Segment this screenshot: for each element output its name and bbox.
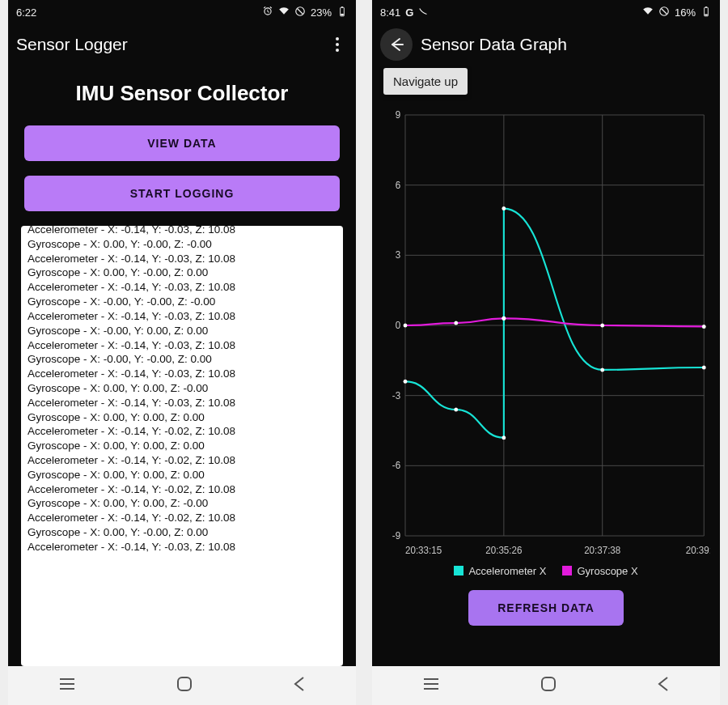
status-time: 8:41 bbox=[380, 6, 400, 19]
log-line: Gyroscope - X: 0.00, Y: 0.00, Z: 0.00 bbox=[28, 410, 336, 425]
log-line: Gyroscope - X: -0.00, Y: -0.00, Z: 0.00 bbox=[28, 352, 336, 367]
svg-line-13 bbox=[661, 8, 667, 14]
svg-point-5 bbox=[336, 37, 339, 40]
svg-text:-6: -6 bbox=[392, 460, 401, 471]
home-icon[interactable] bbox=[176, 676, 193, 695]
svg-point-45 bbox=[702, 366, 706, 370]
back-icon[interactable] bbox=[294, 676, 305, 695]
svg-text:6: 6 bbox=[396, 179, 401, 190]
log-line: Accelerometer - X: -0.14, Y: -0.02, Z: 1… bbox=[28, 482, 336, 497]
svg-point-49 bbox=[502, 316, 506, 321]
chart-legend: Accelerometer X Gyroscope X bbox=[382, 565, 710, 577]
refresh-data-button[interactable]: REFRESH DATA bbox=[468, 590, 624, 626]
log-line: Gyroscope - X: 0.00, Y: 0.00, Z: -0.00 bbox=[28, 381, 336, 396]
log-line: Accelerometer - X: -0.14, Y: -0.03, Z: 1… bbox=[28, 309, 336, 324]
svg-text:20:39:49: 20:39:49 bbox=[686, 545, 710, 556]
battery-icon bbox=[336, 6, 348, 19]
battery-text: 16% bbox=[675, 6, 696, 19]
legend-label-accel: Accelerometer X bbox=[468, 565, 546, 577]
legend-label-gyro: Gyroscope X bbox=[577, 565, 637, 577]
svg-point-43 bbox=[502, 206, 506, 210]
svg-text:20:33:15: 20:33:15 bbox=[405, 545, 442, 556]
log-line: Accelerometer - X: -0.14, Y: -0.03, Z: 1… bbox=[28, 396, 336, 410]
do-not-disturb-icon bbox=[294, 6, 306, 19]
status-extra-icon bbox=[418, 6, 430, 19]
svg-point-6 bbox=[336, 43, 339, 46]
log-line: Accelerometer - X: -0.14, Y: -0.03, Z: 1… bbox=[28, 367, 336, 381]
wifi-icon bbox=[642, 6, 654, 19]
log-line: Accelerometer - X: -0.14, Y: -0.03, Z: 1… bbox=[28, 540, 336, 554]
recents-icon[interactable] bbox=[59, 678, 75, 693]
main-content: 9630-3-6-920:33:1520:35:2620:37:3820:39:… bbox=[372, 65, 720, 666]
alarm-icon bbox=[262, 6, 273, 19]
status-bar: 6:22 23% bbox=[8, 0, 356, 24]
back-icon[interactable] bbox=[658, 676, 669, 695]
svg-text:-9: -9 bbox=[392, 530, 400, 541]
svg-rect-55 bbox=[542, 677, 555, 690]
app-title: Sensor Data Graph bbox=[421, 35, 712, 54]
app-bar: Sensor Logger bbox=[8, 24, 356, 65]
log-line: Accelerometer - X: -0.14, Y: -0.03, Z: 1… bbox=[28, 338, 336, 353]
log-line: Gyroscope - X: 0.00, Y: 0.00, Z: -0.00 bbox=[28, 496, 336, 511]
sensor-log-panel[interactable]: Accelerometer - X: -0.14, Y: -0.03, Z: 1… bbox=[21, 226, 343, 666]
recents-icon[interactable] bbox=[423, 678, 439, 693]
log-line: Accelerometer - X: -0.14, Y: -0.03, Z: 1… bbox=[28, 252, 336, 266]
phone-screen-graph: 8:41 G 16% bbox=[372, 0, 720, 705]
home-icon[interactable] bbox=[540, 676, 557, 695]
svg-text:20:37:38: 20:37:38 bbox=[584, 545, 621, 556]
log-line: Gyroscope - X: -0.00, Y: -0.00, Z: -0.00 bbox=[28, 295, 336, 309]
start-logging-button[interactable]: START LOGGING bbox=[24, 176, 340, 211]
battery-icon bbox=[700, 6, 712, 19]
svg-rect-15 bbox=[705, 6, 707, 7]
system-nav-bar bbox=[8, 666, 356, 705]
svg-point-7 bbox=[336, 49, 339, 52]
svg-text:0: 0 bbox=[396, 320, 401, 331]
log-line: Gyroscope - X: 0.00, Y: -0.00, Z: 0.00 bbox=[28, 265, 336, 280]
log-line: Accelerometer - X: -0.14, Y: -0.03, Z: 1… bbox=[28, 280, 336, 295]
svg-text:20:35:26: 20:35:26 bbox=[485, 545, 523, 556]
log-line: Gyroscope - X: 0.00, Y: 0.00, Z: 0.00 bbox=[28, 439, 336, 453]
overflow-menu-icon[interactable] bbox=[327, 37, 348, 52]
arrow-left-icon bbox=[388, 36, 404, 53]
svg-point-46 bbox=[404, 324, 408, 328]
main-content: IMU Sensor Collector VIEW DATA START LOG… bbox=[8, 65, 356, 666]
svg-rect-3 bbox=[341, 6, 343, 7]
status-time: 6:22 bbox=[16, 6, 36, 19]
page-heading: IMU Sensor Collector bbox=[18, 81, 346, 106]
sensor-chart[interactable]: 9630-3-6-920:33:1520:35:2620:37:3820:39:… bbox=[382, 108, 710, 577]
svg-point-51 bbox=[702, 325, 706, 329]
view-data-button[interactable]: VIEW DATA bbox=[24, 125, 340, 161]
svg-point-40 bbox=[404, 380, 408, 384]
svg-text:9: 9 bbox=[396, 109, 400, 121]
battery-text: 23% bbox=[311, 6, 332, 19]
navigate-up-button[interactable] bbox=[380, 28, 413, 61]
log-line: Accelerometer - X: -0.14, Y: -0.03, Z: 1… bbox=[28, 226, 336, 237]
svg-point-42 bbox=[502, 435, 506, 440]
svg-line-1 bbox=[297, 8, 303, 14]
svg-point-50 bbox=[600, 324, 604, 328]
log-line: Accelerometer - X: -0.14, Y: -0.02, Z: 1… bbox=[28, 453, 336, 468]
legend-swatch-gyro bbox=[562, 566, 572, 575]
phone-screen-logger: 6:22 23% Sensor Logger bbox=[8, 0, 356, 705]
svg-point-47 bbox=[454, 321, 458, 325]
do-not-disturb-icon bbox=[658, 6, 670, 19]
app-title: Sensor Logger bbox=[16, 35, 327, 54]
log-line: Accelerometer - X: -0.14, Y: -0.02, Z: 1… bbox=[28, 424, 336, 439]
app-bar: Sensor Data Graph bbox=[372, 24, 720, 65]
log-line: Gyroscope - X: 0.00, Y: 0.00, Z: 0.00 bbox=[28, 468, 336, 482]
svg-point-41 bbox=[454, 408, 458, 412]
status-indicator-g: G bbox=[405, 6, 413, 19]
log-line: Gyroscope - X: -0.00, Y: 0.00, Z: 0.00 bbox=[28, 324, 336, 338]
log-line: Accelerometer - X: -0.14, Y: -0.02, Z: 1… bbox=[28, 511, 336, 525]
navigate-up-tooltip: Navigate up bbox=[383, 68, 468, 95]
svg-rect-16 bbox=[705, 14, 708, 15]
log-line: Gyroscope - X: 0.00, Y: -0.00, Z: -0.00 bbox=[28, 237, 336, 252]
svg-text:3: 3 bbox=[396, 249, 401, 261]
svg-point-44 bbox=[600, 367, 604, 372]
svg-text:-3: -3 bbox=[392, 389, 401, 401]
status-bar: 8:41 G 16% bbox=[372, 0, 720, 24]
wifi-icon bbox=[278, 6, 290, 19]
system-nav-bar bbox=[372, 666, 720, 705]
svg-rect-11 bbox=[178, 677, 191, 690]
svg-rect-4 bbox=[341, 13, 344, 15]
